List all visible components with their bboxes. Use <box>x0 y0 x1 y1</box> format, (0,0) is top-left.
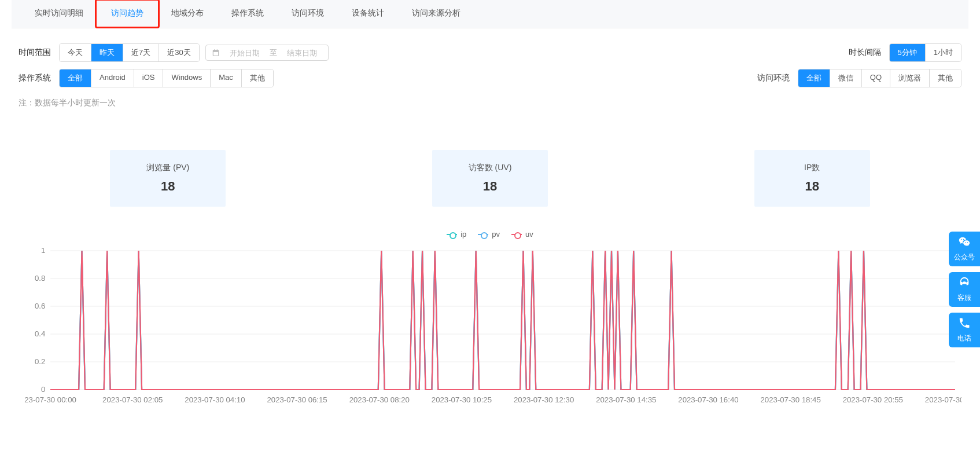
env-option-4[interactable]: 其他 <box>930 69 961 87</box>
env-group: 全部微信QQ浏览器其他 <box>798 69 961 87</box>
os-group: 全部AndroidiOSWindowsMac其他 <box>59 69 274 87</box>
stat-value: 18 <box>760 179 864 194</box>
stats-row: 浏览量 (PV)18访客数 (UV)18IP数18 <box>19 150 961 207</box>
duration-option-1[interactable]: 1小时 <box>926 44 961 61</box>
series-pv <box>50 251 955 390</box>
update-note: 注：数据每半小时更新一次 <box>0 91 980 115</box>
time-range-group: 今天昨天近7天近30天 <box>59 43 200 62</box>
svg-text:2023-07-30 20:55: 2023-07-30 20:55 <box>843 396 903 404</box>
time-range-option-3[interactable]: 近30天 <box>159 44 198 61</box>
filter-row-os-env: 操作系统 全部AndroidiOSWindowsMac其他 访问环境 全部微信Q… <box>0 65 980 91</box>
os-option-4[interactable]: Mac <box>211 69 242 87</box>
stat-card-1: 访客数 (UV)18 <box>432 150 548 207</box>
stat-value: 18 <box>116 179 220 194</box>
stat-value: 18 <box>438 179 542 194</box>
svg-text:0.2: 0.2 <box>35 358 45 365</box>
env-option-2[interactable]: QQ <box>862 69 890 87</box>
date-separator: 至 <box>270 47 277 58</box>
calendar-icon <box>212 49 220 57</box>
svg-text:23-07-30 00:00: 23-07-30 00:00 <box>24 396 76 404</box>
support-agent-icon <box>958 276 971 291</box>
tab-0[interactable]: 实时访问明细 <box>21 0 97 28</box>
chart-container: ippvuv 00.20.40.60.8123-07-30 00:002023-… <box>19 230 961 407</box>
svg-text:2023-07-30 14:35: 2023-07-30 14:35 <box>596 396 656 404</box>
stat-label: 浏览量 (PV) <box>116 163 220 173</box>
os-option-3[interactable]: Windows <box>163 69 211 87</box>
svg-text:2023-07-30 08:20: 2023-07-30 08:20 <box>349 396 410 404</box>
svg-text:2023-07-30 22:55: 2023-07-30 22:55 <box>925 396 961 404</box>
svg-text:2023-07-30 06:15: 2023-07-30 06:15 <box>267 396 327 404</box>
svg-text:1: 1 <box>41 247 45 254</box>
series-ip <box>50 251 955 390</box>
svg-text:0.6: 0.6 <box>35 302 45 310</box>
os-option-1[interactable]: Android <box>91 69 134 87</box>
tab-1[interactable]: 访问趋势 <box>97 0 157 28</box>
end-date-input[interactable] <box>282 48 322 58</box>
stat-card-2: IP数18 <box>754 150 870 207</box>
tab-3[interactable]: 操作系统 <box>218 0 278 28</box>
tab-4[interactable]: 访问环境 <box>278 0 338 28</box>
legend-ip[interactable]: ip <box>447 230 466 239</box>
legend-marker-icon <box>447 232 457 237</box>
float-buttons: 公众号客服电话 <box>949 232 980 347</box>
series-uv <box>50 251 955 390</box>
duration-label: 时长间隔 <box>849 47 881 58</box>
env-label: 访问环境 <box>757 73 790 83</box>
date-range-picker[interactable]: 至 <box>205 45 329 61</box>
svg-text:2023-07-30 10:25: 2023-07-30 10:25 <box>432 396 492 404</box>
tab-5[interactable]: 设备统计 <box>338 0 398 28</box>
os-option-2[interactable]: iOS <box>134 69 164 87</box>
svg-text:2023-07-30 12:30: 2023-07-30 12:30 <box>514 396 574 404</box>
time-range-option-2[interactable]: 近7天 <box>123 44 159 61</box>
os-label: 操作系统 <box>19 73 51 83</box>
float-label: 客服 <box>957 293 971 303</box>
tab-2[interactable]: 地域分布 <box>157 0 218 28</box>
float-wechat-official[interactable]: 公众号 <box>949 232 980 266</box>
legend-text: uv <box>525 230 533 239</box>
env-option-0[interactable]: 全部 <box>798 69 830 87</box>
stat-card-0: 浏览量 (PV)18 <box>110 150 226 207</box>
legend-text: pv <box>492 230 500 239</box>
duration-group: 5分钟1小时 <box>889 43 961 62</box>
stat-label: 访客数 (UV) <box>438 163 542 173</box>
chart-legend: ippvuv <box>19 230 961 239</box>
svg-text:2023-07-30 04:10: 2023-07-30 04:10 <box>185 396 245 404</box>
env-option-1[interactable]: 微信 <box>830 69 862 87</box>
tabs-bar: 实时访问明细访问趋势地域分布操作系统访问环境设备统计访问来源分析 <box>12 0 968 28</box>
legend-marker-icon <box>478 232 488 237</box>
time-range-label: 时间范围 <box>19 47 51 58</box>
legend-pv[interactable]: pv <box>478 230 500 239</box>
svg-text:2023-07-30 02:05: 2023-07-30 02:05 <box>102 396 163 404</box>
os-option-0[interactable]: 全部 <box>60 69 91 87</box>
tab-6[interactable]: 访问来源分析 <box>398 0 474 28</box>
legend-marker-icon <box>511 232 522 237</box>
svg-text:0.4: 0.4 <box>35 330 45 338</box>
legend-uv[interactable]: uv <box>511 230 533 239</box>
wechat-official-icon <box>958 236 971 250</box>
time-range-option-1[interactable]: 昨天 <box>91 44 123 61</box>
svg-text:0: 0 <box>41 386 45 393</box>
float-label: 电话 <box>957 333 971 343</box>
os-option-5[interactable]: 其他 <box>242 69 273 87</box>
svg-text:2023-07-30 18:45: 2023-07-30 18:45 <box>761 396 821 404</box>
filter-row-time: 时间范围 今天昨天近7天近30天 至 时长间隔 5分钟1小时 <box>0 40 980 65</box>
env-option-3[interactable]: 浏览器 <box>890 69 930 87</box>
stat-label: IP数 <box>760 163 864 173</box>
time-range-option-0[interactable]: 今天 <box>60 44 91 61</box>
float-phone-contact[interactable]: 电话 <box>949 313 980 347</box>
legend-text: ip <box>460 230 466 239</box>
float-support-agent[interactable]: 客服 <box>949 272 980 307</box>
phone-contact-icon <box>958 317 971 331</box>
svg-text:2023-07-30 16:40: 2023-07-30 16:40 <box>678 396 738 404</box>
chart-svg: 00.20.40.60.8123-07-30 00:002023-07-30 0… <box>19 245 961 407</box>
duration-option-0[interactable]: 5分钟 <box>890 44 926 61</box>
start-date-input[interactable] <box>224 48 265 58</box>
float-label: 公众号 <box>954 252 975 262</box>
svg-text:0.8: 0.8 <box>35 274 45 282</box>
